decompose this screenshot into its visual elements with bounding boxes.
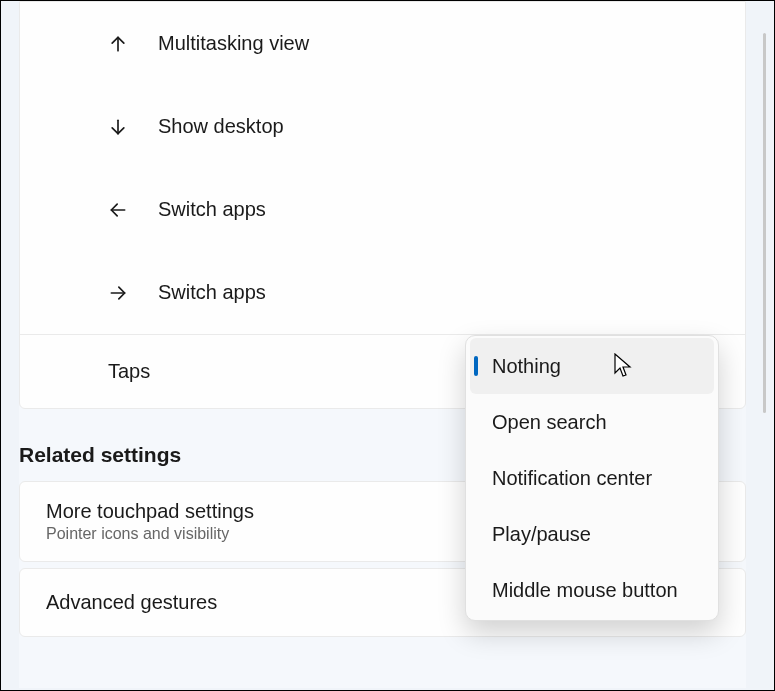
swipe-left-label: Switch apps bbox=[158, 198, 266, 221]
swipe-up-row[interactable]: Multitasking view bbox=[20, 2, 745, 85]
swipe-down-row[interactable]: Show desktop bbox=[20, 85, 745, 168]
swipe-down-label: Show desktop bbox=[158, 115, 284, 138]
taps-label: Taps bbox=[108, 360, 150, 383]
swipe-left-row[interactable]: Switch apps bbox=[20, 168, 745, 251]
more-touchpad-texts: More touchpad settings Pointer icons and… bbox=[46, 500, 254, 543]
dropdown-option-notification-center[interactable]: Notification center bbox=[470, 450, 714, 506]
dropdown-option-label: Middle mouse button bbox=[492, 579, 678, 602]
advanced-gestures-title: Advanced gestures bbox=[46, 591, 217, 614]
arrow-up-icon bbox=[108, 34, 158, 54]
dropdown-option-label: Play/pause bbox=[492, 523, 591, 546]
arrow-right-icon bbox=[108, 283, 158, 303]
more-touchpad-title: More touchpad settings bbox=[46, 500, 254, 523]
dropdown-option-middle-mouse[interactable]: Middle mouse button bbox=[470, 562, 714, 618]
dropdown-option-label: Notification center bbox=[492, 467, 652, 490]
arrow-left-icon bbox=[108, 200, 158, 220]
swipe-up-label: Multitasking view bbox=[158, 32, 309, 55]
swipe-right-label: Switch apps bbox=[158, 281, 266, 304]
dropdown-option-label: Nothing bbox=[492, 355, 561, 378]
taps-dropdown: Nothing Open search Notification center … bbox=[465, 335, 719, 621]
dropdown-option-open-search[interactable]: Open search bbox=[470, 394, 714, 450]
dropdown-option-label: Open search bbox=[492, 411, 607, 434]
swipe-right-row[interactable]: Switch apps bbox=[20, 251, 745, 334]
more-touchpad-subtitle: Pointer icons and visibility bbox=[46, 525, 254, 543]
dropdown-option-play-pause[interactable]: Play/pause bbox=[470, 506, 714, 562]
scrollbar-thumb[interactable] bbox=[763, 33, 766, 413]
arrow-down-icon bbox=[108, 117, 158, 137]
dropdown-option-nothing[interactable]: Nothing bbox=[470, 338, 714, 394]
advanced-gestures-texts: Advanced gestures bbox=[46, 591, 217, 614]
selection-indicator bbox=[474, 356, 478, 376]
